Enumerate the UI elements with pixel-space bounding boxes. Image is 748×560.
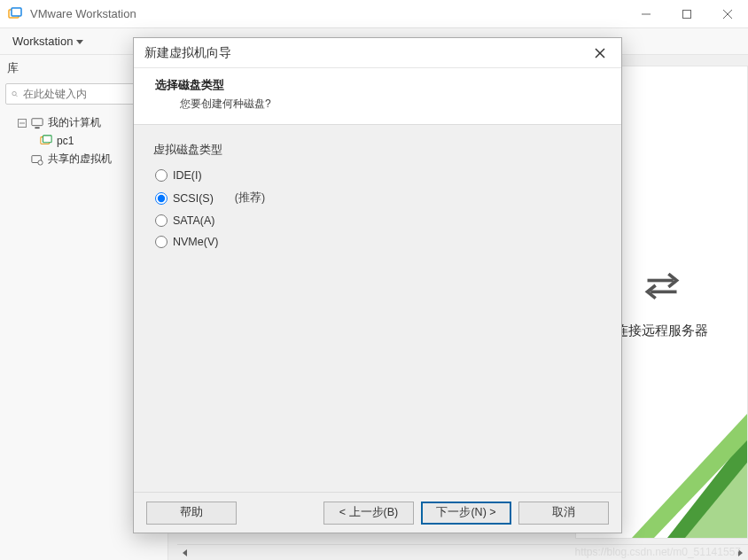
app-icon: [7, 6, 23, 22]
scroll-right-arrow[interactable]: [732, 545, 748, 561]
recommended-label: (推荐): [235, 191, 265, 206]
close-button[interactable]: [707, 0, 748, 28]
radio-nvme[interactable]: NVMe(V): [153, 231, 602, 253]
vm-icon: [39, 134, 53, 148]
dialog-title: 新建虚拟机向导: [144, 45, 231, 61]
cancel-button[interactable]: 取消: [518, 502, 609, 525]
dialog-close-button[interactable]: [589, 43, 611, 64]
radio-nvme-label: NVMe(V): [173, 236, 218, 248]
svg-marker-23: [738, 549, 743, 556]
maximize-button[interactable]: [666, 0, 707, 28]
tree-label: pc1: [57, 135, 74, 147]
radio-ide[interactable]: IDE(I): [153, 165, 602, 186]
disk-type-group: 虚拟磁盘类型 IDE(I) SCSI(S) (推荐) SATA(A) NVMe(…: [153, 143, 602, 253]
scroll-left-arrow[interactable]: [177, 545, 193, 561]
minimize-button[interactable]: [626, 0, 666, 28]
dialog-heading: 选择磁盘类型: [155, 77, 605, 93]
help-button[interactable]: 帮助: [146, 502, 237, 525]
radio-sata[interactable]: SATA(A): [153, 210, 602, 231]
dialog-header: 选择磁盘类型 您要创建何种磁盘?: [134, 68, 621, 125]
window-titlebar: VMware Workstation: [0, 0, 748, 28]
radio-scsi[interactable]: SCSI(S) (推荐): [153, 186, 602, 210]
radio-sata-input[interactable]: [155, 214, 168, 227]
svg-point-16: [38, 159, 43, 164]
tree-label: 共享的虚拟机: [48, 152, 112, 167]
svg-rect-3: [683, 10, 691, 18]
shared-icon: [30, 152, 44, 167]
radio-sata-label: SATA(A): [173, 214, 214, 227]
svg-rect-14: [43, 136, 52, 143]
window-title: VMware Workstation: [30, 7, 626, 20]
svg-marker-6: [76, 40, 83, 44]
menu-workstation-label: Workstation: [12, 35, 73, 48]
svg-rect-1: [12, 8, 21, 16]
decoration-graphic: [632, 414, 747, 538]
svg-rect-11: [32, 118, 43, 125]
expander-minus-icon: [18, 119, 27, 128]
tree-label: 我的计算机: [48, 115, 101, 130]
dialog-footer: 帮助 < 上一步(B) 下一步(N) > 取消: [134, 492, 621, 533]
radio-scsi-input[interactable]: [155, 192, 168, 205]
radio-scsi-label: SCSI(S): [173, 192, 214, 205]
dialog-subheading: 您要创建何种磁盘?: [155, 97, 605, 112]
horizontal-scrollbar[interactable]: [177, 544, 748, 560]
svg-marker-22: [183, 549, 187, 556]
svg-line-8: [16, 95, 18, 97]
computer-icon: [30, 116, 44, 130]
close-icon: [595, 48, 605, 58]
svg-point-7: [12, 91, 16, 95]
radio-ide-input[interactable]: [155, 169, 168, 182]
back-button[interactable]: < 上一步(B): [323, 502, 414, 525]
radio-nvme-input[interactable]: [155, 236, 168, 248]
dialog-titlebar: 新建虚拟机向导: [134, 38, 621, 68]
chevron-down-icon: [76, 38, 83, 45]
search-icon: [12, 88, 18, 100]
dialog-body: 虚拟磁盘类型 IDE(I) SCSI(S) (推荐) SATA(A) NVMe(…: [134, 125, 621, 492]
radio-ide-label: IDE(I): [173, 169, 202, 182]
new-vm-wizard-dialog: 新建虚拟机向导 选择磁盘类型 您要创建何种磁盘? 虚拟磁盘类型 IDE(I) S…: [133, 37, 622, 533]
group-legend: 虚拟磁盘类型: [153, 143, 602, 158]
next-button[interactable]: 下一步(N) >: [421, 502, 511, 525]
connect-icon: [643, 266, 682, 305]
menu-workstation[interactable]: Workstation: [7, 31, 89, 51]
remote-server-label: 连接远程服务器: [615, 323, 708, 339]
